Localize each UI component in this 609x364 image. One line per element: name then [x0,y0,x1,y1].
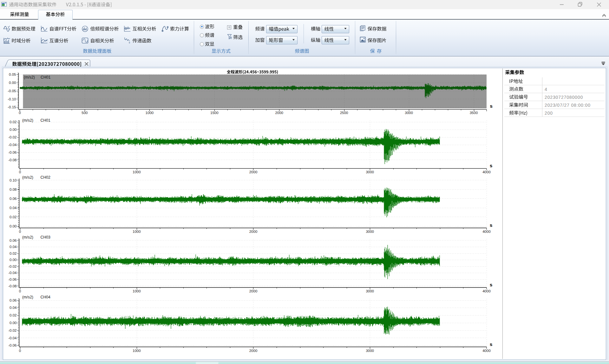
svg-text:0: 0 [19,230,21,233]
svg-text:s: s [490,163,492,168]
svg-text:0.04: 0.04 [10,206,17,210]
svg-text:2500: 2500 [340,111,348,115]
svg-text:s: s [490,342,492,347]
svg-text:-0.04: -0.04 [8,336,17,340]
svg-text:0.00: 0.00 [10,128,16,131]
svg-text:CH04: CH04 [41,295,51,299]
svg-text:0.00: 0.00 [9,81,16,85]
svg-text:1500: 1500 [210,111,219,115]
svg-text:4000: 4000 [482,349,491,353]
svg-text:0: 0 [19,289,21,293]
svg-text:4000: 4000 [482,289,491,293]
svg-text:-0.06: -0.06 [8,343,16,347]
svg-text:-0.10: -0.10 [8,97,16,101]
svg-text:-0.04: -0.04 [8,271,17,275]
svg-text:500: 500 [82,111,88,115]
svg-text:0: 0 [19,111,21,115]
svg-text:200: 200 [545,111,553,116]
svg-text:(m/s2): (m/s2) [22,295,33,299]
svg-text:1000: 1000 [133,230,141,233]
svg-text:1000: 1000 [133,349,141,353]
svg-text:s: s [490,222,492,228]
svg-text:0.05: 0.05 [9,73,16,76]
svg-text:0.00: 0.00 [10,258,16,262]
svg-text:0.06: 0.06 [10,197,16,201]
svg-text:4000: 4000 [482,230,491,233]
svg-text:2023/07/27 08:00:00: 2023/07/27 08:00:00 [545,103,591,108]
svg-text:0.10: 0.10 [10,178,16,182]
svg-text:3500: 3500 [470,111,478,115]
svg-text:(m/s2): (m/s2) [22,118,33,123]
svg-text:3000: 3000 [366,289,374,293]
svg-text:CH01: CH01 [41,75,51,80]
svg-text:-0.06: -0.06 [8,150,16,154]
svg-text:-0.02: -0.02 [8,135,16,139]
svg-text:-0.08: -0.08 [8,284,16,288]
svg-text:3000: 3000 [405,111,413,115]
svg-text:4: 4 [545,87,547,92]
svg-text:(m/s2): (m/s2) [24,75,35,80]
svg-text:20230727080000: 20230727080000 [545,95,583,100]
svg-text:4000: 4000 [482,170,491,174]
svg-text:3000: 3000 [366,230,374,233]
svg-text:0.04: 0.04 [10,306,17,310]
svg-text:0: 0 [19,349,21,353]
svg-text:-0.06: -0.06 [8,278,16,281]
svg-text:0.04: 0.04 [10,245,17,249]
svg-text:5: 5 [129,42,130,44]
svg-text:0.02: 0.02 [10,215,16,219]
svg-text:1000: 1000 [133,170,141,174]
svg-text:1000: 1000 [146,111,154,115]
svg-text:-0.02: -0.02 [8,329,16,332]
svg-text:s: s [490,103,493,109]
svg-text:0.06: 0.06 [10,239,16,242]
svg-text:0.02: 0.02 [10,313,16,317]
svg-text:CH02: CH02 [41,175,51,180]
svg-text:0.00: 0.00 [10,224,16,228]
svg-text:-0.08: -0.08 [8,158,16,162]
svg-text:1: 1 [124,37,125,39]
svg-text:-0.02: -0.02 [8,265,16,268]
svg-text:s: s [490,282,492,287]
svg-text:-0.15: -0.15 [8,105,16,109]
svg-text:3000: 3000 [366,170,374,174]
svg-text:CH03: CH03 [41,235,51,239]
svg-text:CH01: CH01 [41,118,51,123]
svg-text:2000: 2000 [249,230,258,233]
svg-text:0.02: 0.02 [10,252,16,255]
svg-text:2000: 2000 [275,111,283,115]
svg-text:0: 0 [19,170,21,174]
svg-text:(m/s2): (m/s2) [22,175,33,180]
svg-text:0.08: 0.08 [10,188,16,191]
svg-text:1000: 1000 [133,289,141,293]
svg-text:2000: 2000 [249,349,258,353]
svg-text:0.00: 0.00 [10,321,16,325]
svg-text:0.02: 0.02 [10,120,16,124]
svg-text:(m/s2): (m/s2) [22,235,33,239]
svg-text:-0.05: -0.05 [8,89,16,93]
svg-text:2000: 2000 [249,170,258,174]
svg-text:-0.04: -0.04 [8,143,17,147]
svg-text:2000: 2000 [249,289,258,293]
svg-text:3000: 3000 [366,349,374,353]
svg-text:0.06: 0.06 [10,298,16,302]
